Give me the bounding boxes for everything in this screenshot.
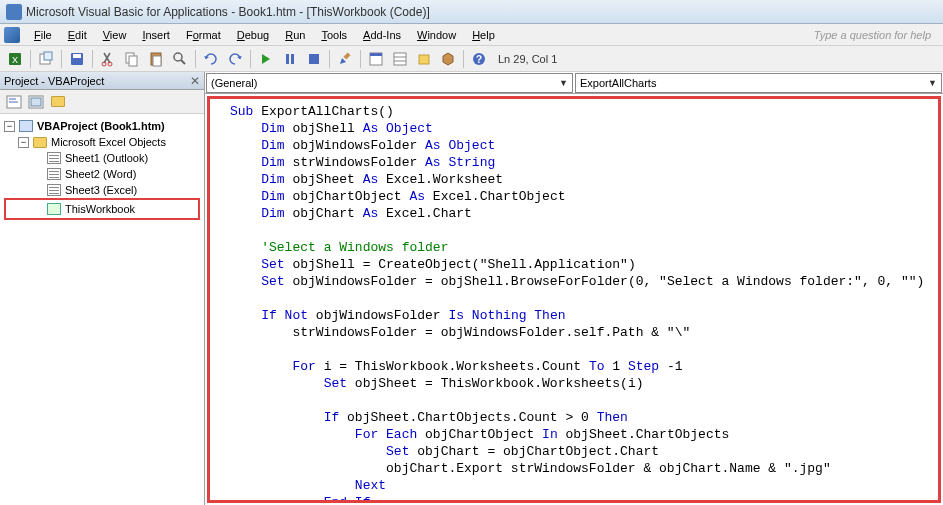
menu-window[interactable]: Window xyxy=(409,27,464,43)
sheet-icon xyxy=(46,183,62,197)
procedure-dropdown-value: ExportAllCharts xyxy=(580,77,656,89)
undo-button[interactable] xyxy=(200,48,222,70)
menu-addins[interactable]: Add-Ins xyxy=(355,27,409,43)
code-line[interactable]: Dim objChart As Excel.Chart xyxy=(230,205,938,222)
svg-rect-14 xyxy=(286,54,289,64)
toolbox-button[interactable] xyxy=(437,48,459,70)
help-search[interactable]: Type a question for help xyxy=(806,29,939,41)
find-button[interactable] xyxy=(169,48,191,70)
object-dropdown-value: (General) xyxy=(211,77,257,89)
redo-button[interactable] xyxy=(224,48,246,70)
project-icon xyxy=(18,119,34,133)
design-mode-button[interactable] xyxy=(334,48,356,70)
separator xyxy=(30,50,31,68)
view-code-button[interactable] xyxy=(4,92,24,112)
project-panel-header: Project - VBAProject ✕ xyxy=(0,72,204,90)
svg-rect-17 xyxy=(343,52,350,59)
help-button[interactable]: ? xyxy=(468,48,490,70)
menu-file[interactable]: File xyxy=(26,27,60,43)
code-line[interactable]: Sub ExportAllCharts() xyxy=(230,103,938,120)
menu-insert[interactable]: Insert xyxy=(134,27,178,43)
project-tree[interactable]: − VBAProject (Book1.htm) − Microsoft Exc… xyxy=(0,114,204,505)
code-line[interactable]: strWindowsFolder = objWindowsFolder.self… xyxy=(230,324,938,341)
insert-button[interactable] xyxy=(35,48,57,70)
project-explorer-panel: Project - VBAProject ✕ − VBAProject (Boo… xyxy=(0,72,205,505)
menu-help[interactable]: Help xyxy=(464,27,503,43)
menu-debug[interactable]: Debug xyxy=(229,27,277,43)
svg-text:?: ? xyxy=(476,54,482,65)
code-line[interactable]: objChart.Export strWindowsFolder & objCh… xyxy=(230,460,938,477)
tree-item-sheet3[interactable]: Sheet3 (Excel) xyxy=(4,182,200,198)
code-line[interactable] xyxy=(230,341,938,358)
object-browser-button[interactable] xyxy=(413,48,435,70)
run-button[interactable] xyxy=(255,48,277,70)
paste-button[interactable] xyxy=(145,48,167,70)
menu-view[interactable]: View xyxy=(95,27,135,43)
chevron-down-icon: ▼ xyxy=(928,78,937,88)
svg-rect-19 xyxy=(370,53,382,56)
code-line[interactable] xyxy=(230,222,938,239)
code-line[interactable]: For Each objChartObject In objSheet.Char… xyxy=(230,426,938,443)
collapse-icon[interactable]: − xyxy=(4,121,15,132)
cut-button[interactable] xyxy=(97,48,119,70)
collapse-icon[interactable]: − xyxy=(18,137,29,148)
code-line[interactable]: Set objShell = CreateObject("Shell.Appli… xyxy=(230,256,938,273)
code-line[interactable]: If Not objWindowsFolder Is Nothing Then xyxy=(230,307,938,324)
tree-root-label: VBAProject (Book1.htm) xyxy=(37,120,165,132)
sheet-icon xyxy=(46,167,62,181)
folder-icon xyxy=(32,135,48,149)
separator xyxy=(250,50,251,68)
code-line[interactable]: Dim objSheet As Excel.Worksheet xyxy=(230,171,938,188)
save-button[interactable] xyxy=(66,48,88,70)
app-icon xyxy=(6,4,22,20)
menu-edit[interactable]: Edit xyxy=(60,27,95,43)
code-dropdowns: (General) ▼ ExportAllCharts ▼ xyxy=(205,72,943,94)
break-button[interactable] xyxy=(279,48,301,70)
code-line[interactable] xyxy=(230,392,938,409)
code-line[interactable]: 'Select a Windows folder xyxy=(230,239,938,256)
project-explorer-button[interactable] xyxy=(365,48,387,70)
tree-item-thisworkbook[interactable]: ThisWorkbook xyxy=(4,198,200,220)
code-line[interactable]: If objSheet.ChartObjects.Count > 0 Then xyxy=(230,409,938,426)
close-icon[interactable]: ✕ xyxy=(190,74,200,88)
code-line[interactable]: Set objChart = objChartObject.Chart xyxy=(230,443,938,460)
vba-icon[interactable] xyxy=(4,27,20,43)
tree-item-label: Sheet1 (Outlook) xyxy=(65,152,148,164)
view-object-button[interactable] xyxy=(26,92,46,112)
toolbar: X ? Ln 29, Col 1 xyxy=(0,46,943,72)
properties-button[interactable] xyxy=(389,48,411,70)
copy-button[interactable] xyxy=(121,48,143,70)
code-line[interactable]: Dim objShell As Object xyxy=(230,120,938,137)
reset-button[interactable] xyxy=(303,48,325,70)
toggle-folders-button[interactable] xyxy=(48,92,68,112)
main-area: Project - VBAProject ✕ − VBAProject (Boo… xyxy=(0,72,943,505)
svg-rect-20 xyxy=(394,53,406,65)
code-line[interactable]: For i = ThisWorkbook.Worksheets.Count To… xyxy=(230,358,938,375)
separator xyxy=(360,50,361,68)
code-line[interactable]: Dim strWindowsFolder As String xyxy=(230,154,938,171)
code-editor[interactable]: Sub ExportAllCharts() Dim objShell As Ob… xyxy=(207,96,941,503)
menu-tools[interactable]: Tools xyxy=(313,27,355,43)
separator xyxy=(463,50,464,68)
svg-rect-30 xyxy=(31,98,41,106)
code-line[interactable]: End If xyxy=(230,494,938,503)
tree-item-sheet2[interactable]: Sheet2 (Word) xyxy=(4,166,200,182)
code-line[interactable] xyxy=(230,290,938,307)
code-line[interactable]: Dim objWindowsFolder As Object xyxy=(230,137,938,154)
object-dropdown[interactable]: (General) ▼ xyxy=(206,73,573,93)
procedure-dropdown[interactable]: ExportAllCharts ▼ xyxy=(575,73,942,93)
code-line[interactable]: Next xyxy=(230,477,938,494)
code-line[interactable]: Set objWindowsFolder = objShell.BrowseFo… xyxy=(230,273,938,290)
menu-format[interactable]: Format xyxy=(178,27,229,43)
tree-item-sheet1[interactable]: Sheet1 (Outlook) xyxy=(4,150,200,166)
view-excel-button[interactable]: X xyxy=(4,48,26,70)
tree-root[interactable]: − VBAProject (Book1.htm) xyxy=(4,118,200,134)
svg-rect-15 xyxy=(291,54,294,64)
code-line[interactable]: Set objSheet = ThisWorkbook.Worksheets(i… xyxy=(230,375,938,392)
code-line[interactable]: Dim objChartObject As Excel.ChartObject xyxy=(230,188,938,205)
menu-run[interactable]: Run xyxy=(277,27,313,43)
separator xyxy=(329,50,330,68)
tree-folder-label: Microsoft Excel Objects xyxy=(51,136,166,148)
chevron-down-icon: ▼ xyxy=(559,78,568,88)
tree-folder[interactable]: − Microsoft Excel Objects xyxy=(4,134,200,150)
